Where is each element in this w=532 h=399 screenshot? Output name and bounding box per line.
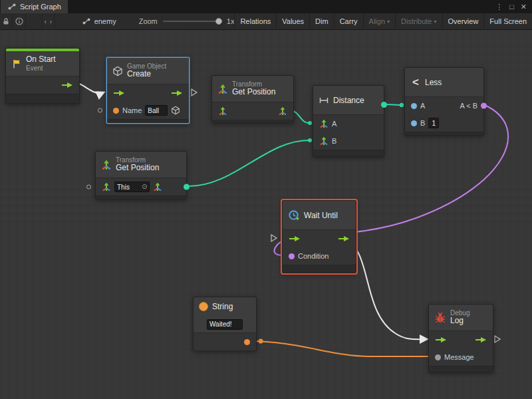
window-maximize-icon[interactable]: □: [509, 3, 514, 11]
name-port[interactable]: [113, 108, 119, 114]
b-port-row: B: [313, 132, 384, 150]
node-string[interactable]: String: [193, 297, 257, 351]
unconnected-port-circle[interactable]: [86, 185, 91, 190]
message-port[interactable]: [435, 354, 441, 360]
graph-canvas[interactable]: On Start Event Game Object Create: [0, 30, 532, 399]
distribute-label: Distribute: [401, 17, 432, 25]
wire-wait-to-log[interactable]: [344, 238, 427, 339]
node-footer: [313, 150, 384, 156]
b-value-input[interactable]: [428, 118, 439, 128]
node-header: On Start Event: [6, 51, 79, 76]
result-out-port[interactable]: [481, 103, 487, 109]
flow-in-port[interactable]: [113, 90, 125, 96]
vector-b-port[interactable]: [319, 136, 329, 146]
b-port-label: B: [332, 137, 336, 145]
position-out-port[interactable]: [153, 182, 162, 192]
target-picker-icon[interactable]: ⊙: [142, 184, 147, 190]
node-get-position-top[interactable]: Transform Get Position: [211, 75, 294, 123]
node-on-start-event[interactable]: On Start Event: [5, 48, 80, 104]
node-title: Get Position: [116, 164, 159, 173]
flow-in-port[interactable]: [289, 235, 301, 242]
lock-button[interactable]: [0, 13, 13, 30]
node-footer: [429, 366, 493, 372]
log-flow-out-triangle[interactable]: [495, 336, 500, 342]
flow-out-port[interactable]: [475, 336, 487, 343]
b-port[interactable]: [411, 120, 417, 126]
align-button[interactable]: Align ▾: [363, 13, 395, 30]
node-header: Debug Log: [429, 305, 493, 331]
flow-port-row: [6, 76, 79, 94]
node-debug-log[interactable]: Debug Log Message: [428, 304, 493, 372]
name-input[interactable]: [145, 105, 168, 116]
game-object-type-icon: [171, 106, 180, 115]
node-titles: Transform Get Position: [116, 156, 159, 173]
node-get-position-left[interactable]: Transform Get Position ⊙: [95, 151, 187, 200]
node-game-object-create[interactable]: Game Object Create Name: [106, 57, 190, 124]
tab-title: Script Graph: [20, 3, 61, 11]
values-button[interactable]: Values: [276, 13, 309, 30]
distance-icon: [319, 96, 329, 104]
node-footer: [107, 119, 189, 123]
node-header: Wait Until: [283, 201, 356, 230]
node-titles: Game Object Create: [127, 63, 166, 79]
a-port[interactable]: [411, 103, 417, 109]
script-graph-icon: [7, 3, 17, 11]
node-title: Wait Until: [304, 211, 338, 220]
flow-out-port[interactable]: [338, 235, 350, 242]
window-close-icon[interactable]: ✕: [521, 3, 527, 11]
transform-in-port[interactable]: [102, 182, 111, 192]
wire-start-bulb: [259, 339, 263, 344]
condition-port[interactable]: [289, 253, 295, 259]
node-header: String: [194, 297, 256, 316]
node-footer: [212, 120, 293, 122]
create-flow-out-triangle[interactable]: [192, 89, 197, 96]
full-screen-button[interactable]: Full Screen: [483, 13, 532, 30]
wire-string-to-log-message[interactable]: [249, 341, 431, 356]
node-distance[interactable]: Distance A B: [313, 85, 384, 157]
carry-button[interactable]: Carry: [334, 13, 363, 30]
node-footer: [194, 350, 256, 351]
target-field: ⊙: [114, 182, 150, 192]
relations-button[interactable]: Relations: [234, 13, 276, 30]
node-header: < Less: [405, 68, 483, 97]
value-port-row: ⊙: [96, 178, 186, 196]
flow-out-port[interactable]: [171, 90, 183, 96]
window-menu-icon[interactable]: ⋮: [495, 3, 503, 11]
info-button[interactable]: [13, 13, 25, 30]
flow-out-port[interactable]: [61, 82, 73, 88]
zoom-slider[interactable]: [163, 21, 221, 22]
condition-label: Condition: [298, 252, 329, 260]
string-value-input[interactable]: [207, 319, 243, 330]
node-header: Transform Get Position: [96, 152, 186, 178]
values-label: Values: [282, 17, 304, 25]
string-value-row: [194, 316, 256, 333]
a-port-label: A: [332, 120, 336, 128]
name-port-row: Name: [107, 102, 189, 119]
wait-flow-in-triangle[interactable]: [271, 235, 277, 241]
overview-button[interactable]: Overview: [442, 13, 484, 30]
transform-in-port[interactable]: [218, 106, 227, 116]
title-bar: Script Graph ⋮ □ ✕: [0, 0, 532, 13]
node-header: Transform Get Position: [212, 76, 293, 102]
vector-a-port[interactable]: [319, 119, 329, 128]
tab-script-graph[interactable]: Script Graph: [1, 0, 68, 13]
distribute-button[interactable]: Distribute ▾: [395, 13, 442, 30]
unconnected-port-circle[interactable]: [98, 108, 102, 113]
node-less[interactable]: < Less A A < B B: [404, 67, 484, 136]
string-out-port[interactable]: [244, 339, 250, 345]
flow-in-port[interactable]: [435, 336, 447, 343]
zoom-slider-handle[interactable]: [215, 18, 222, 25]
zoom-label: Zoom: [139, 17, 158, 25]
distance-out-port[interactable]: [381, 102, 387, 108]
position-out-dot[interactable]: [184, 184, 190, 190]
position-out-port[interactable]: [278, 106, 287, 116]
graph-name-group[interactable]: enemy: [82, 17, 116, 25]
node-wait-until[interactable]: Wait Until Condition: [282, 200, 356, 273]
collapse-sidebar-button[interactable]: ‹ ›: [42, 13, 55, 30]
transform-icon: [217, 84, 228, 94]
node-footer: [405, 132, 483, 135]
string-icon: [199, 302, 208, 311]
wire-getposition-left-to-distance-b[interactable]: [189, 140, 309, 186]
dim-button[interactable]: Dim: [309, 13, 334, 30]
target-input[interactable]: [117, 184, 140, 191]
